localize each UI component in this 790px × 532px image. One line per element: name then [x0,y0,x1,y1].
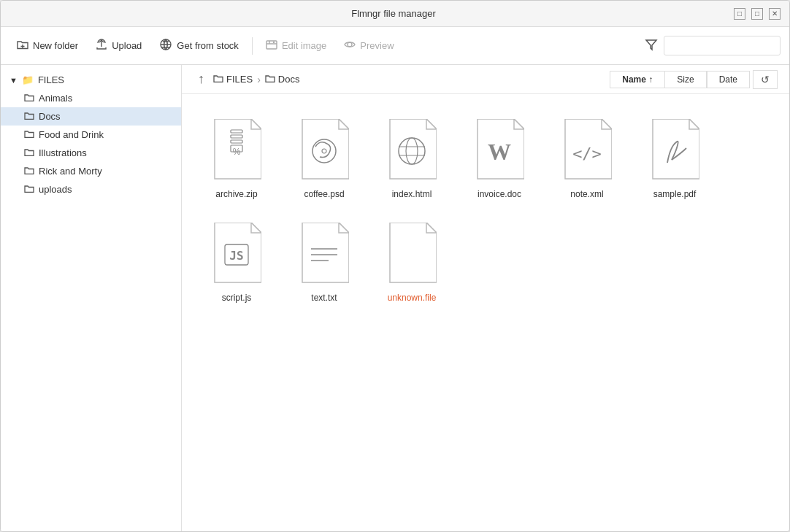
folder-icon: 📁 [22,74,34,85]
folder-icon [24,147,34,158]
unknown-file-ext: .file [423,293,437,303]
file-icon-index-html [383,115,441,185]
folder-icon [24,129,34,140]
breadcrumb-docs[interactable]: Docs [265,74,300,85]
file-item-invoice-doc[interactable]: W invoice.doc [459,109,540,205]
file-icon-archive-zip: % [207,115,266,185]
svg-marker-43 [339,223,349,233]
app-window: Flmngr file manager □ □ ✕ New folder [0,0,790,532]
svg-marker-39 [251,223,261,233]
refresh-button[interactable]: ↺ [753,70,778,89]
search-input[interactable] [664,36,781,55]
svg-marker-34 [602,119,612,129]
sidebar-item-illustrations[interactable]: Illustrations [1,144,181,162]
sidebar-item-rick-morty[interactable]: Rick and Morty [1,162,181,180]
sort-name-label: Name [622,74,646,85]
svg-marker-21 [339,119,349,129]
svg-marker-37 [689,119,699,129]
sidebar-item-uploads[interactable]: uploads [1,180,181,198]
sidebar-item-animals[interactable]: Animals [1,89,181,107]
breadcrumb-docs-folder-icon [265,74,275,85]
svg-text:W: W [488,139,511,165]
sort-bar: Name ↑ Size Date ↺ [610,70,778,89]
file-icon-note-xml: </> [558,115,616,185]
file-icon-invoice-doc: W [470,115,529,185]
sidebar-item-animals-label: Animals [39,93,72,104]
sidebar-item-docs[interactable]: Docs [1,107,181,126]
svg-point-11 [348,42,352,47]
folder-icon [24,111,34,122]
svg-marker-12 [646,40,656,50]
preview-label: Preview [360,40,394,51]
get-from-stock-button[interactable]: Get from stock [152,34,246,58]
svg-marker-48 [426,223,437,233]
file-icon-coffee-psd [295,115,353,185]
upload-button[interactable]: Upload [88,34,149,57]
file-name-script-js: script.js [222,293,252,303]
svg-text:%: % [233,147,241,157]
edit-image-icon [266,39,277,53]
sidebar-item-food-drink[interactable]: Food and Drink [1,126,181,144]
folder-icon [24,93,34,104]
file-name-invoice-doc: invoice.doc [478,189,521,199]
file-item-archive-zip[interactable]: % archive.zip [196,109,277,205]
close-button[interactable]: ✕ [769,8,781,20]
sidebar: ▼ 📁 FILES Animals Docs [1,65,182,531]
file-icon-sample-pdf [645,115,704,185]
file-item-coffee-psd[interactable]: coffee.psd [284,109,364,205]
title-bar: Flmngr file manager □ □ ✕ [1,1,789,27]
svg-marker-25 [426,119,437,129]
minimize-button[interactable]: □ [734,8,745,20]
stock-icon [159,38,172,53]
sidebar-item-food-drink-label: Food and Drink [39,129,104,140]
sidebar-root-files[interactable]: ▼ 📁 FILES [1,71,181,89]
toolbar: New folder Upload [1,27,789,65]
file-name-unknown-file: unknown.file [388,293,437,303]
edit-image-label: Edit image [282,40,326,51]
file-icon-unknown-file [383,218,441,288]
folder-icon [24,166,34,177]
sort-name-button[interactable]: Name ↑ [610,71,664,88]
file-item-sample-pdf[interactable]: sample.pdf [634,109,715,205]
sort-date-button[interactable]: Date [707,71,750,88]
breadcrumb-up-button[interactable]: ↑ [193,70,209,88]
new-folder-button[interactable]: New folder [9,34,85,57]
svg-marker-14 [251,119,261,129]
sidebar-item-docs-label: Docs [39,111,61,122]
new-folder-icon [17,39,28,53]
sidebar-item-uploads-label: uploads [39,184,72,195]
preview-icon [344,39,356,53]
sort-direction-icon: ↑ [648,74,653,85]
window-title: Flmngr file manager [53,8,734,19]
preview-button[interactable]: Preview [337,34,401,57]
svg-text:JS: JS [229,249,243,263]
edit-image-button[interactable]: Edit image [258,34,334,57]
sort-size-label: Size [677,74,694,85]
file-item-note-xml[interactable]: </> note.xml [547,109,627,205]
file-item-text-txt[interactable]: text.txt [284,212,364,309]
sidebar-item-illustrations-label: Illustrations [39,147,87,158]
file-name-text-txt: text.txt [311,293,337,303]
new-folder-label: New folder [33,40,78,51]
file-grid: % archive.zip [182,94,789,531]
file-item-index-html[interactable]: index.html [372,109,452,205]
file-name-coffee-psd: coffee.psd [304,189,344,199]
maximize-button[interactable]: □ [751,8,763,20]
file-name-sample-pdf: sample.pdf [653,189,697,199]
chevron-down-icon: ▼ [9,76,18,85]
file-item-script-js[interactable]: JS script.js [196,212,277,309]
sort-date-label: Date [719,74,737,85]
filter-icon[interactable] [642,35,661,57]
sort-size-button[interactable]: Size [664,71,706,88]
breadcrumb-files-label: FILES [226,74,253,85]
file-item-unknown-file[interactable]: unknown.file [372,212,452,309]
unknown-file-base: unknown [388,293,423,303]
svg-text:</>: </> [572,144,602,163]
sidebar-item-rick-morty-label: Rick and Morty [39,166,102,177]
file-browser: ↑ FILES › Docs [182,65,789,531]
breadcrumb-files[interactable]: FILES [213,74,253,85]
breadcrumb-folder-icon [213,74,223,85]
file-name-archive-zip: archive.zip [215,189,257,199]
breadcrumb-docs-label: Docs [278,74,300,85]
upload-icon [96,39,107,53]
